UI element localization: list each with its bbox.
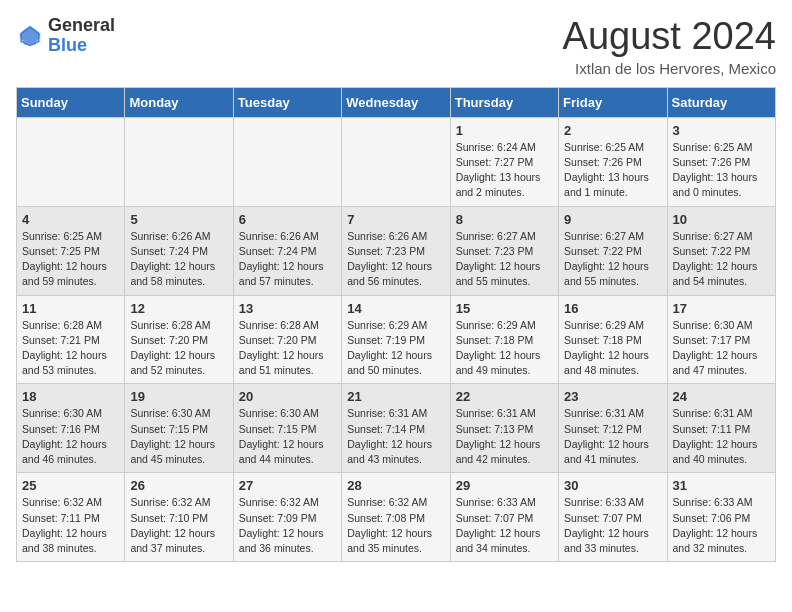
day-number: 26 xyxy=(130,478,227,493)
day-number: 6 xyxy=(239,212,336,227)
header-thursday: Thursday xyxy=(450,87,558,117)
cell-info: Sunrise: 6:31 AMSunset: 7:12 PMDaylight:… xyxy=(564,406,661,467)
cell-info: Sunrise: 6:33 AMSunset: 7:06 PMDaylight:… xyxy=(673,495,770,556)
cell-info: Sunrise: 6:27 AMSunset: 7:23 PMDaylight:… xyxy=(456,229,553,290)
day-number: 24 xyxy=(673,389,770,404)
header-wednesday: Wednesday xyxy=(342,87,450,117)
calendar-cell: 11Sunrise: 6:28 AMSunset: 7:21 PMDayligh… xyxy=(17,295,125,384)
day-number: 20 xyxy=(239,389,336,404)
cell-info: Sunrise: 6:25 AMSunset: 7:26 PMDaylight:… xyxy=(673,140,770,201)
cell-info: Sunrise: 6:30 AMSunset: 7:15 PMDaylight:… xyxy=(239,406,336,467)
calendar-cell: 7Sunrise: 6:26 AMSunset: 7:23 PMDaylight… xyxy=(342,206,450,295)
calendar-cell: 27Sunrise: 6:32 AMSunset: 7:09 PMDayligh… xyxy=(233,473,341,562)
cell-info: Sunrise: 6:31 AMSunset: 7:13 PMDaylight:… xyxy=(456,406,553,467)
day-number: 3 xyxy=(673,123,770,138)
header-saturday: Saturday xyxy=(667,87,775,117)
month-title: August 2024 xyxy=(563,16,776,58)
calendar-cell: 14Sunrise: 6:29 AMSunset: 7:19 PMDayligh… xyxy=(342,295,450,384)
cell-info: Sunrise: 6:24 AMSunset: 7:27 PMDaylight:… xyxy=(456,140,553,201)
calendar-cell: 31Sunrise: 6:33 AMSunset: 7:06 PMDayligh… xyxy=(667,473,775,562)
calendar-cell xyxy=(233,117,341,206)
calendar-cell: 6Sunrise: 6:26 AMSunset: 7:24 PMDaylight… xyxy=(233,206,341,295)
day-number: 5 xyxy=(130,212,227,227)
page-header: General Blue August 2024 Ixtlan de los H… xyxy=(16,16,776,77)
day-number: 9 xyxy=(564,212,661,227)
calendar-cell: 26Sunrise: 6:32 AMSunset: 7:10 PMDayligh… xyxy=(125,473,233,562)
cell-info: Sunrise: 6:27 AMSunset: 7:22 PMDaylight:… xyxy=(564,229,661,290)
header-monday: Monday xyxy=(125,87,233,117)
cell-info: Sunrise: 6:25 AMSunset: 7:25 PMDaylight:… xyxy=(22,229,119,290)
day-number: 22 xyxy=(456,389,553,404)
cell-info: Sunrise: 6:32 AMSunset: 7:09 PMDaylight:… xyxy=(239,495,336,556)
day-number: 30 xyxy=(564,478,661,493)
logo-icon xyxy=(16,22,44,50)
day-number: 29 xyxy=(456,478,553,493)
calendar-cell: 28Sunrise: 6:32 AMSunset: 7:08 PMDayligh… xyxy=(342,473,450,562)
day-number: 8 xyxy=(456,212,553,227)
calendar-week-3: 11Sunrise: 6:28 AMSunset: 7:21 PMDayligh… xyxy=(17,295,776,384)
calendar-cell: 17Sunrise: 6:30 AMSunset: 7:17 PMDayligh… xyxy=(667,295,775,384)
cell-info: Sunrise: 6:29 AMSunset: 7:18 PMDaylight:… xyxy=(564,318,661,379)
calendar-cell: 12Sunrise: 6:28 AMSunset: 7:20 PMDayligh… xyxy=(125,295,233,384)
calendar-week-2: 4Sunrise: 6:25 AMSunset: 7:25 PMDaylight… xyxy=(17,206,776,295)
cell-info: Sunrise: 6:33 AMSunset: 7:07 PMDaylight:… xyxy=(564,495,661,556)
calendar-cell: 1Sunrise: 6:24 AMSunset: 7:27 PMDaylight… xyxy=(450,117,558,206)
location-title: Ixtlan de los Hervores, Mexico xyxy=(563,60,776,77)
day-number: 16 xyxy=(564,301,661,316)
calendar-cell: 10Sunrise: 6:27 AMSunset: 7:22 PMDayligh… xyxy=(667,206,775,295)
header-sunday: Sunday xyxy=(17,87,125,117)
logo: General Blue xyxy=(16,16,115,56)
day-number: 14 xyxy=(347,301,444,316)
header-tuesday: Tuesday xyxy=(233,87,341,117)
calendar-cell: 25Sunrise: 6:32 AMSunset: 7:11 PMDayligh… xyxy=(17,473,125,562)
calendar-cell: 13Sunrise: 6:28 AMSunset: 7:20 PMDayligh… xyxy=(233,295,341,384)
calendar-week-5: 25Sunrise: 6:32 AMSunset: 7:11 PMDayligh… xyxy=(17,473,776,562)
calendar-week-4: 18Sunrise: 6:30 AMSunset: 7:16 PMDayligh… xyxy=(17,384,776,473)
calendar-cell: 15Sunrise: 6:29 AMSunset: 7:18 PMDayligh… xyxy=(450,295,558,384)
calendar-table: SundayMondayTuesdayWednesdayThursdayFrid… xyxy=(16,87,776,562)
calendar-header-row: SundayMondayTuesdayWednesdayThursdayFrid… xyxy=(17,87,776,117)
cell-info: Sunrise: 6:26 AMSunset: 7:24 PMDaylight:… xyxy=(130,229,227,290)
cell-info: Sunrise: 6:29 AMSunset: 7:18 PMDaylight:… xyxy=(456,318,553,379)
cell-info: Sunrise: 6:33 AMSunset: 7:07 PMDaylight:… xyxy=(456,495,553,556)
cell-info: Sunrise: 6:26 AMSunset: 7:23 PMDaylight:… xyxy=(347,229,444,290)
cell-info: Sunrise: 6:32 AMSunset: 7:08 PMDaylight:… xyxy=(347,495,444,556)
cell-info: Sunrise: 6:31 AMSunset: 7:14 PMDaylight:… xyxy=(347,406,444,467)
cell-info: Sunrise: 6:28 AMSunset: 7:20 PMDaylight:… xyxy=(130,318,227,379)
cell-info: Sunrise: 6:27 AMSunset: 7:22 PMDaylight:… xyxy=(673,229,770,290)
calendar-cell: 20Sunrise: 6:30 AMSunset: 7:15 PMDayligh… xyxy=(233,384,341,473)
day-number: 19 xyxy=(130,389,227,404)
day-number: 28 xyxy=(347,478,444,493)
calendar-cell: 3Sunrise: 6:25 AMSunset: 7:26 PMDaylight… xyxy=(667,117,775,206)
day-number: 21 xyxy=(347,389,444,404)
calendar-cell: 23Sunrise: 6:31 AMSunset: 7:12 PMDayligh… xyxy=(559,384,667,473)
day-number: 10 xyxy=(673,212,770,227)
day-number: 15 xyxy=(456,301,553,316)
calendar-cell: 21Sunrise: 6:31 AMSunset: 7:14 PMDayligh… xyxy=(342,384,450,473)
cell-info: Sunrise: 6:28 AMSunset: 7:21 PMDaylight:… xyxy=(22,318,119,379)
day-number: 2 xyxy=(564,123,661,138)
cell-info: Sunrise: 6:29 AMSunset: 7:19 PMDaylight:… xyxy=(347,318,444,379)
cell-info: Sunrise: 6:30 AMSunset: 7:17 PMDaylight:… xyxy=(673,318,770,379)
calendar-cell: 18Sunrise: 6:30 AMSunset: 7:16 PMDayligh… xyxy=(17,384,125,473)
calendar-cell: 24Sunrise: 6:31 AMSunset: 7:11 PMDayligh… xyxy=(667,384,775,473)
logo-blue: Blue xyxy=(48,36,115,56)
calendar-cell: 2Sunrise: 6:25 AMSunset: 7:26 PMDaylight… xyxy=(559,117,667,206)
calendar-cell: 16Sunrise: 6:29 AMSunset: 7:18 PMDayligh… xyxy=(559,295,667,384)
cell-info: Sunrise: 6:30 AMSunset: 7:15 PMDaylight:… xyxy=(130,406,227,467)
day-number: 11 xyxy=(22,301,119,316)
calendar-cell: 19Sunrise: 6:30 AMSunset: 7:15 PMDayligh… xyxy=(125,384,233,473)
day-number: 25 xyxy=(22,478,119,493)
day-number: 17 xyxy=(673,301,770,316)
cell-info: Sunrise: 6:25 AMSunset: 7:26 PMDaylight:… xyxy=(564,140,661,201)
day-number: 31 xyxy=(673,478,770,493)
calendar-cell: 9Sunrise: 6:27 AMSunset: 7:22 PMDaylight… xyxy=(559,206,667,295)
day-number: 18 xyxy=(22,389,119,404)
title-block: August 2024 Ixtlan de los Hervores, Mexi… xyxy=(563,16,776,77)
cell-info: Sunrise: 6:32 AMSunset: 7:10 PMDaylight:… xyxy=(130,495,227,556)
cell-info: Sunrise: 6:32 AMSunset: 7:11 PMDaylight:… xyxy=(22,495,119,556)
day-number: 23 xyxy=(564,389,661,404)
day-number: 1 xyxy=(456,123,553,138)
day-number: 4 xyxy=(22,212,119,227)
cell-info: Sunrise: 6:26 AMSunset: 7:24 PMDaylight:… xyxy=(239,229,336,290)
